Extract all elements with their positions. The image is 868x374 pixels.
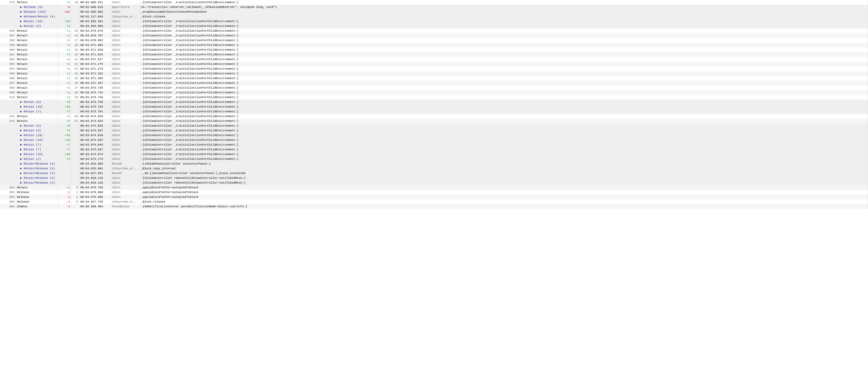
table-row[interactable]: ▶ Retain/Release (2)00:04.829.129UIKit-[… [0,180,868,185]
table-row[interactable]: 607Retain+12600:03.971.287UIKit-[UIViewC… [0,81,868,86]
row-number [0,143,16,147]
row-library: UIKit [111,195,140,199]
row-event[interactable]: ▶ Retain (18) [16,133,58,138]
table-row[interactable]: ▶ Retain/Release (2)00:04.625.092libsyst… [0,166,868,171]
table-row[interactable]: 862Retain+1300:04.879.799UIKit_applyBloc… [0,185,868,190]
row-address: 27 [71,86,79,90]
table-row[interactable]: ▶ Retain/Release (2)00:04.827.051Roundr_… [0,171,868,176]
table-row[interactable]: 610Retain+12900:03.973.749UIKit-[UIViewC… [0,95,868,100]
row-event[interactable]: ▶ Release (132) [16,9,58,14]
table-row[interactable]: ▶ Retain (5)+500:03.974.037UIKit-[UIView… [0,128,868,133]
row-number: 863 [0,190,16,195]
row-event[interactable]: ▶ Retain/Release (4) [16,161,58,166]
row-refcount: -132 [58,9,71,14]
table-row[interactable]: ▶ Retain (2)+200:03.963.858UIKit-[UIView… [0,24,868,29]
row-address [71,104,79,109]
table-row[interactable]: ▶ Retain (5)+500:03.974.035UIKit-[UIView… [0,123,868,128]
row-event: Release [16,195,58,199]
table-row[interactable]: ▶ Retain/Release (4)00:04.624.998Roundr-… [0,161,868,166]
row-event: Retain [16,33,58,38]
row-symbol: -[UIViewController _traitCollectionForCh… [140,71,868,76]
table-row[interactable]: ▶ Retain (18)+1800:03.974.042UIKit-[UIVi… [0,138,868,143]
table-row[interactable]: 602Retain+12100:03.971.017UIKit-[UIViewC… [0,57,868,62]
row-refcount: +7 [58,143,71,147]
table-row[interactable]: 605Retain+12400:03.971.282UIKit-[UIViewC… [0,71,868,76]
table-row[interactable]: 608Retain+12700:03.973.738UIKit-[UIViewC… [0,86,868,90]
table-row[interactable]: ▶ Release (132)-13200:02.089.982UIKit_wr… [0,9,868,14]
table-row[interactable]: 600Retain+11900:03.971.010UIKit-[UIViewC… [0,48,868,52]
table-row[interactable]: 866Zombie-100:08.588.484Foundation-[NSNo… [0,204,868,209]
table-row[interactable]: 598Retain+11700:03.970.993UIKit-[UIViewC… [0,38,868,43]
row-event[interactable]: ▶ Retain (5) [16,123,58,128]
table-row[interactable]: 597Retain+11600:03.970.707UIKit-[UIViewC… [0,33,868,38]
row-number [0,161,16,166]
table-row[interactable]: 864Release-1100:04.879.896UIKit_applyBlo… [0,195,868,199]
table-row[interactable]: 575Retain+11000:02.086.521UIKit-[UIViewC… [0,0,868,5]
table-row[interactable]: ▶ Release (6)-600:02.089.919QuartzCoreCA… [0,5,868,9]
table-row[interactable]: ▶ Retain (7)+700:03.974.047UIKit-[UIView… [0,147,868,152]
row-timestamp: 00:03.973.781 [79,109,111,114]
table-row[interactable]: 641Retain+16000:03.974.029UIKit-[UIViewC… [0,114,868,119]
row-refcount: +5 [58,100,71,104]
row-library: UIKit [111,123,140,128]
row-event[interactable]: ▶ Retain (7) [16,143,58,147]
row-address [71,9,79,14]
row-event[interactable]: ▶ Retain (5) [16,100,58,104]
row-timestamp: 00:04.879.896 [79,195,111,199]
table-row[interactable]: 863Release-1200:04.879.800UIKit_applyBlo… [0,190,868,195]
row-address: 29 [71,95,79,100]
row-library: Roundr [111,171,140,176]
row-event[interactable]: ▶ Retain/Release (2) [16,166,58,171]
row-number: 598 [0,38,16,43]
table-row[interactable]: ▶ Retain (7)+700:03.973.781UIKit-[UIView… [0,109,868,114]
row-refcount: +1 [58,43,71,48]
row-timestamp: 00:08.588.484 [79,204,111,209]
row-timestamp: 00:04.829.128 [79,176,111,180]
row-refcount: +5 [58,123,71,128]
row-event[interactable]: ▶ Release/Retain (4) [16,14,58,19]
row-symbol: -[UIViewController _traitCollectionForCh… [140,152,868,157]
row-symbol: -[UIViewController _traitCollectionForCh… [140,90,868,95]
row-event: Retain [16,86,58,90]
table-row[interactable]: 604Retain+12300:03.971.279UIKit-[UIViewC… [0,66,868,71]
table-row[interactable]: ▶ Retain (10)+1000:03.974.073UIKit-[UIVi… [0,152,868,157]
row-event[interactable]: ▶ Retain (18) [16,104,58,109]
row-address [71,152,79,157]
table-row[interactable]: ▶ Retain (7)+700:03.974.045UIKit-[UIView… [0,143,868,147]
row-event[interactable]: ▶ Retain (2) [16,157,58,161]
row-event[interactable]: ▶ Retain (5) [16,128,58,133]
row-symbol: -[UIViewController _traitCollectionForCh… [140,43,868,48]
table-row[interactable]: 603Retain+12200:03.971.275UIKit-[UIViewC… [0,62,868,66]
row-event[interactable]: ▶ Release (6) [16,5,58,9]
row-event[interactable]: ▶ Retain/Release (2) [16,176,58,180]
table-row[interactable]: 642Retain+16100:03.974.032UIKit-[UIViewC… [0,119,868,123]
table-row[interactable]: 601Retain+12000:03.971.015UIKit-[UIViewC… [0,52,868,57]
row-event[interactable]: ▶ Retain (7) [16,147,58,152]
table-row[interactable]: ▶ Release/Retain (4)00:02.117.864libsyst… [0,14,868,19]
table-row[interactable]: 609Retain+12800:03.973.742UIKit-[UIViewC… [0,90,868,95]
table-row[interactable]: 599Retain+11800:03.971.003UIKit-[UIViewC… [0,43,868,48]
table-row[interactable]: 865Release-1000:04.927.726libsystem_si..… [0,199,868,204]
row-event[interactable]: ▶ Retain/Release (2) [16,180,58,185]
row-event[interactable]: ▶ Retain (7) [16,109,58,114]
row-address: 10 [71,0,79,5]
row-refcount: +2 [58,24,71,29]
table-row[interactable]: ▶ Retain (5)+500:03.973.759UIKit-[UIView… [0,100,868,104]
row-symbol: -[UIViewController _traitCollectionForCh… [140,147,868,152]
row-timestamp: 00:03.970.993 [79,38,111,43]
row-event[interactable]: ▶ Retain (10) [16,152,58,157]
row-number: 608 [0,86,16,90]
table-row[interactable]: ▶ Retain (18)+1800:03.973.766UIKit-[UIVi… [0,104,868,109]
table-row[interactable]: ▶ Retain (10)+1000:03.963.391UIKit-[UIVi… [0,19,868,24]
row-event[interactable]: ▶ Retain/Release (2) [16,171,58,176]
row-event[interactable]: ▶ Retain (10) [16,19,58,24]
row-library: UIKit [111,57,140,62]
row-event[interactable]: ▶ Retain (2) [16,24,58,29]
row-event[interactable]: ▶ Retain (18) [16,138,58,143]
row-event: Retain [16,95,58,100]
table-row[interactable]: ▶ Retain/Release (2)00:04.829.128UIKit-[… [0,176,868,180]
table-row[interactable]: ▶ Retain (2)+200:03.974.175UIKit-[UIView… [0,157,868,161]
table-row[interactable]: ▶ Retain (18)+1800:03.974.039UIKit-[UIVi… [0,133,868,138]
table-row[interactable]: 606Retain+12500:03.971.285UIKit-[UIViewC… [0,76,868,81]
table-row[interactable]: 596Retain+11500:03.970.670UIKit-[UIViewC… [0,29,868,33]
